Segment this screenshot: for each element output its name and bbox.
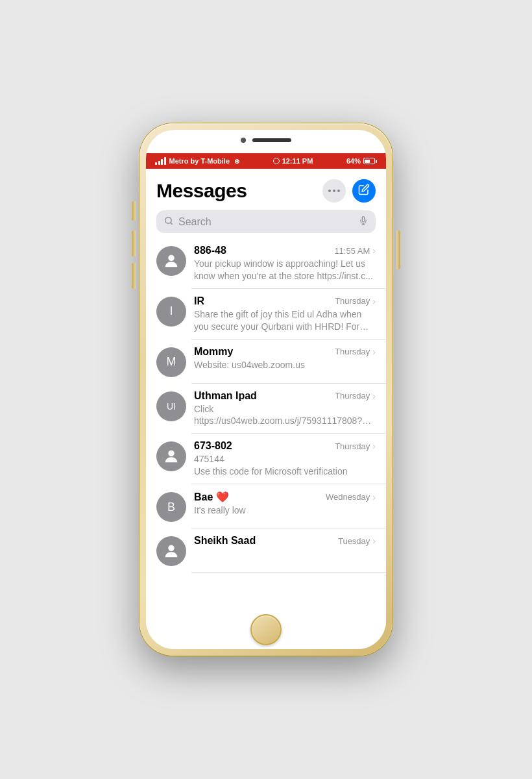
message-content: IR Thursday › Share the gift of joy this… bbox=[194, 295, 376, 333]
chevron-right-icon: › bbox=[372, 245, 376, 256]
message-content: Sheikh Saad Tuesday › bbox=[194, 535, 376, 548]
message-time-row: Thursday › bbox=[335, 347, 376, 357]
contact-name: Sheikh Saad bbox=[194, 535, 256, 547]
camera-dot bbox=[241, 138, 246, 143]
contact-name: Uthman Ipad bbox=[194, 390, 257, 402]
clock-time: 12:11 PM bbox=[282, 157, 313, 165]
message-content: Mommy Thursday › Website: us04web.zoom.u… bbox=[194, 346, 376, 371]
message-time-row: Tuesday › bbox=[338, 536, 376, 546]
list-item[interactable]: M Mommy Thursday › Website: us04web.zoom… bbox=[146, 340, 386, 384]
battery-icon bbox=[363, 158, 377, 164]
message-time-row: 11:55 AM › bbox=[334, 245, 376, 256]
list-item[interactable]: 673-802 Thursday › 475144Use this code f… bbox=[146, 434, 386, 484]
messages-header: Messages bbox=[146, 169, 386, 208]
chevron-right-icon: › bbox=[372, 441, 376, 451]
list-item[interactable]: 886-48 11:55 AM › Your pickup window is … bbox=[146, 238, 386, 289]
wifi-icon: ⊛ bbox=[234, 158, 239, 165]
phone-screen: Metro by T-Mobile ⊛ 12:11 PM 64% bbox=[146, 130, 386, 649]
contact-name: IR bbox=[194, 295, 204, 307]
message-top-row: Mommy Thursday › bbox=[194, 346, 376, 358]
search-bar[interactable]: Search bbox=[156, 210, 376, 233]
volume-up-button[interactable] bbox=[132, 230, 136, 256]
status-right: 64% bbox=[346, 157, 377, 165]
message-top-row: Uthman Ipad Thursday › bbox=[194, 390, 376, 402]
contact-name: 886-48 bbox=[194, 245, 226, 256]
avatar: UI bbox=[156, 391, 186, 421]
message-time: Wednesday bbox=[326, 492, 370, 502]
page-title: Messages bbox=[156, 180, 247, 202]
contact-name: Mommy bbox=[194, 346, 233, 358]
avatar bbox=[156, 246, 186, 276]
chevron-right-icon: › bbox=[372, 492, 376, 502]
message-time: Thursday bbox=[335, 391, 370, 401]
message-content: Uthman Ipad Thursday › Click https://us0… bbox=[194, 390, 376, 428]
svg-point-1 bbox=[168, 255, 174, 261]
messages-list: 886-48 11:55 AM › Your pickup window is … bbox=[146, 238, 386, 610]
message-preview: Share the gift of joy this Eid ul Adha w… bbox=[194, 308, 376, 333]
chevron-right-icon: › bbox=[372, 296, 376, 306]
chevron-right-icon: › bbox=[372, 391, 376, 401]
list-item[interactable]: Sheikh Saad Tuesday › bbox=[146, 528, 386, 573]
microphone-icon[interactable] bbox=[359, 216, 368, 228]
home-button[interactable] bbox=[250, 614, 282, 645]
message-time: Tuesday bbox=[338, 536, 370, 546]
message-top-row: Bae ❤️ Wednesday › bbox=[194, 491, 376, 503]
message-content: 673-802 Thursday › 475144Use this code f… bbox=[194, 440, 376, 478]
message-time-row: Thursday › bbox=[335, 441, 376, 451]
status-bar: Metro by T-Mobile ⊛ 12:11 PM 64% bbox=[146, 153, 386, 169]
message-time-row: Thursday › bbox=[335, 296, 376, 306]
dots-icon bbox=[328, 190, 340, 192]
message-preview: 475144Use this code for Microsoft verifi… bbox=[194, 453, 376, 478]
message-time: Thursday bbox=[335, 296, 370, 306]
contact-name: 673-802 bbox=[194, 440, 232, 452]
message-preview: It's really low bbox=[194, 504, 376, 517]
status-center: 12:11 PM bbox=[273, 157, 313, 165]
avatar bbox=[156, 536, 186, 566]
message-top-row: IR Thursday › bbox=[194, 295, 376, 307]
message-content: Bae ❤️ Wednesday › It's really low bbox=[194, 491, 376, 517]
message-preview: Website: us04web.zoom.us bbox=[194, 359, 376, 371]
list-item[interactable]: I IR Thursday › Share the gift of joy th… bbox=[146, 289, 386, 340]
avatar: I bbox=[156, 297, 186, 327]
message-time: 11:55 AM bbox=[334, 246, 370, 256]
message-time-row: Thursday › bbox=[335, 391, 376, 401]
power-button[interactable] bbox=[396, 230, 400, 269]
battery-percent: 64% bbox=[346, 157, 361, 165]
list-item[interactable]: UI Uthman Ipad Thursday › Click https://… bbox=[146, 384, 386, 434]
more-button[interactable] bbox=[322, 179, 346, 203]
volume-down-button[interactable] bbox=[132, 263, 136, 289]
message-top-row: Sheikh Saad Tuesday › bbox=[194, 535, 376, 547]
message-content: 886-48 11:55 AM › Your pickup window is … bbox=[194, 245, 376, 282]
header-buttons bbox=[322, 179, 376, 203]
svg-point-3 bbox=[168, 545, 174, 551]
message-top-row: 673-802 Thursday › bbox=[194, 440, 376, 452]
message-time: Thursday bbox=[335, 441, 370, 451]
avatar: B bbox=[156, 492, 186, 522]
message-preview: Click https://us04web.zoom.us/j/75931117… bbox=[194, 403, 376, 428]
phone-device: Metro by T-Mobile ⊛ 12:11 PM 64% bbox=[139, 123, 393, 656]
location-icon bbox=[273, 158, 280, 164]
chevron-right-icon: › bbox=[372, 536, 376, 546]
compose-button[interactable] bbox=[352, 179, 376, 203]
messages-app: Messages bbox=[146, 169, 386, 610]
avatar bbox=[156, 441, 186, 471]
svg-point-2 bbox=[168, 451, 174, 456]
search-placeholder[interactable]: Search bbox=[178, 216, 354, 228]
message-time: Thursday bbox=[335, 347, 370, 356]
speaker-bar bbox=[252, 138, 291, 142]
status-left: Metro by T-Mobile ⊛ bbox=[155, 157, 239, 165]
compose-icon bbox=[358, 184, 370, 198]
carrier-name: Metro by T-Mobile bbox=[169, 157, 230, 165]
message-time-row: Wednesday › bbox=[326, 492, 376, 502]
search-icon bbox=[164, 216, 173, 227]
phone-top-bar bbox=[241, 138, 291, 143]
home-button-area bbox=[146, 610, 386, 649]
contact-name: Bae ❤️ bbox=[194, 491, 229, 503]
message-preview: Your pickup window is approaching! Let u… bbox=[194, 258, 376, 282]
chevron-right-icon: › bbox=[372, 347, 376, 357]
signal-bars bbox=[155, 157, 166, 165]
message-top-row: 886-48 11:55 AM › bbox=[194, 245, 376, 256]
list-item[interactable]: B Bae ❤️ Wednesday › It's really low bbox=[146, 484, 386, 528]
avatar: M bbox=[156, 347, 186, 377]
